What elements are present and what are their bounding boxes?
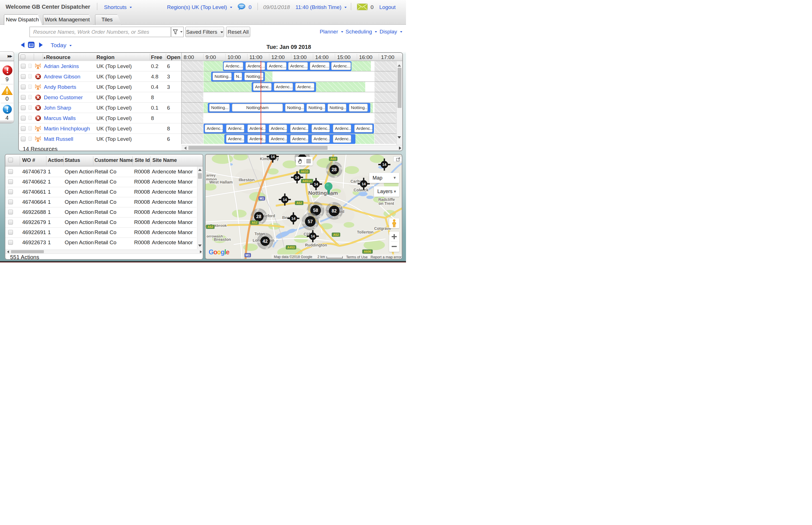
- svg-text:Ilkeston: Ilkeston: [239, 177, 255, 182]
- svg-text:14: 14: [311, 234, 315, 238]
- svg-text:A453: A453: [287, 246, 295, 249]
- svg-text:42: 42: [263, 239, 268, 244]
- svg-text:A52: A52: [333, 233, 339, 236]
- svg-text:Tollerton: Tollerton: [357, 230, 374, 235]
- svg-text:M1: M1: [260, 197, 264, 200]
- svg-text:58: 58: [313, 208, 318, 213]
- svg-text:A610: A610: [301, 170, 308, 173]
- svg-text:14: 14: [314, 182, 318, 186]
- svg-text:A52: A52: [296, 201, 302, 205]
- svg-text:M1: M1: [246, 254, 250, 257]
- svg-text:A52: A52: [252, 221, 257, 224]
- svg-text:A52: A52: [207, 225, 213, 228]
- svg-text:28: 28: [332, 167, 337, 172]
- svg-text:14: 14: [361, 182, 366, 186]
- svg-text:14: 14: [271, 154, 275, 159]
- svg-text:Colwick: Colwick: [354, 188, 369, 192]
- svg-text:A6514: A6514: [302, 179, 312, 183]
- svg-text:A60: A60: [330, 157, 336, 161]
- svg-text:Ruddington: Ruddington: [305, 243, 327, 247]
- svg-text:82: 82: [332, 209, 337, 213]
- svg-text:West Hallam: West Hallam: [209, 180, 233, 184]
- svg-text:A606: A606: [364, 250, 371, 253]
- svg-text:28: 28: [256, 214, 262, 219]
- svg-text:14: 14: [291, 216, 295, 221]
- svg-text:Cotgrave: Cotgrave: [374, 226, 392, 231]
- svg-text:14: 14: [382, 163, 387, 167]
- svg-text:Breaston: Breaston: [214, 237, 231, 242]
- svg-text:57: 57: [308, 219, 313, 224]
- svg-text:14: 14: [295, 175, 299, 180]
- svg-text:anley: anley: [206, 173, 216, 177]
- svg-text:Nottingham: Nottingham: [308, 190, 338, 196]
- svg-text:14: 14: [283, 198, 287, 202]
- svg-text:on Trent: on Trent: [379, 201, 394, 206]
